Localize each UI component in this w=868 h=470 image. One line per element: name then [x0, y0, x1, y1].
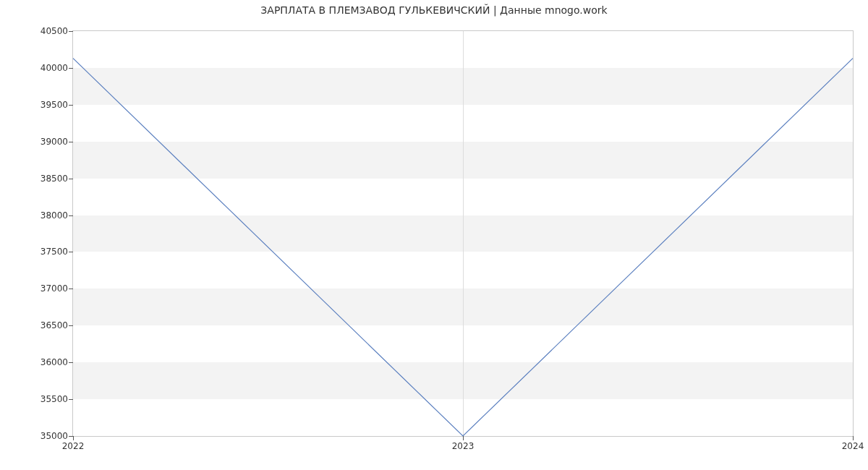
x-tick-label: 2024 [842, 441, 864, 451]
y-tick-label: 38000 [10, 210, 68, 221]
y-tick-label: 39000 [10, 137, 68, 147]
plot-area [72, 30, 854, 437]
y-tick-label: 40000 [10, 63, 68, 73]
y-tick-mark [69, 105, 73, 106]
y-tick-mark [69, 215, 73, 216]
y-tick-mark [69, 325, 73, 326]
y-tick-label: 40500 [10, 26, 68, 36]
y-tick-label: 37500 [10, 247, 68, 257]
series-polyline [73, 59, 853, 436]
y-tick-mark [69, 252, 73, 252]
line-series [73, 31, 853, 436]
y-tick-label: 36500 [10, 320, 68, 330]
y-tick-mark [69, 399, 73, 400]
chart-container: ЗАРПЛАТА В ПЛЕМЗАВОД ГУЛЬКЕВИЧСКИЙ | Дан… [0, 0, 868, 470]
x-tick-mark [463, 436, 464, 440]
chart-title: ЗАРПЛАТА В ПЛЕМЗАВОД ГУЛЬКЕВИЧСКИЙ | Дан… [0, 4, 868, 16]
y-tick-label: 35500 [10, 394, 68, 404]
y-tick-mark [69, 289, 73, 289]
y-tick-mark [69, 142, 73, 142]
y-tick-label: 36000 [10, 357, 68, 367]
y-tick-label: 37000 [10, 283, 68, 294]
x-tick-label: 2023 [452, 441, 475, 451]
x-tick-label: 2022 [62, 441, 85, 451]
x-tick-mark [73, 436, 74, 440]
y-tick-mark [69, 179, 73, 179]
y-tick-mark [69, 31, 73, 32]
y-tick-label: 35000 [10, 431, 68, 441]
x-tick-mark [853, 436, 854, 440]
y-tick-label: 39500 [10, 100, 68, 110]
y-tick-label: 38500 [10, 174, 68, 184]
y-tick-mark [69, 68, 73, 69]
y-tick-mark [69, 362, 73, 363]
